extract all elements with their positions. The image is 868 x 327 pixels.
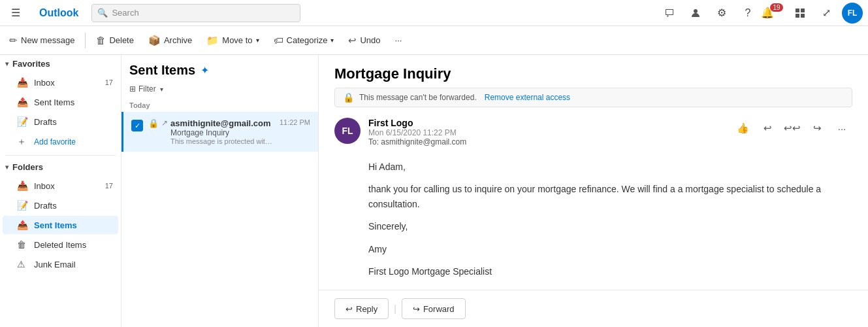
sidebar-item-sent[interactable]: 📤 Sent Items bbox=[3, 216, 118, 234]
sidebar-item-inbox[interactable]: 📥 Inbox 17 bbox=[3, 177, 118, 195]
nav-divider bbox=[5, 155, 116, 156]
archive-button[interactable]: 📦 Archive bbox=[142, 29, 199, 52]
categorize-button[interactable]: 🏷 Categorize ▾ bbox=[267, 29, 341, 52]
sender-name: First Logo bbox=[368, 118, 732, 128]
svg-point-0 bbox=[694, 9, 698, 13]
junk-folder-icon: ⚠ bbox=[17, 259, 30, 269]
email-reply-bar: ↩ Reply | ↪ Forward bbox=[319, 290, 868, 327]
settings-icon[interactable]: ⚙ bbox=[711, 3, 732, 24]
archive-icon: 📦 bbox=[148, 35, 161, 46]
app-name: Outlook bbox=[31, 7, 86, 19]
search-icon: 🔍 bbox=[97, 8, 108, 18]
svg-rect-2 bbox=[801, 9, 805, 12]
today-label: Today bbox=[121, 99, 318, 112]
message-forward-icon: ↗ bbox=[161, 118, 168, 128]
search-placeholder: Search bbox=[112, 8, 138, 18]
sidebar-item-deleted[interactable]: 🗑 Deleted Items bbox=[3, 235, 118, 254]
message-checkbox-0[interactable]: ✓ bbox=[131, 120, 143, 131]
reply-all-button[interactable]: ↩↩ bbox=[782, 118, 803, 139]
sidebar-item-sent-favorites[interactable]: 📤 Sent Items bbox=[3, 93, 118, 111]
sidebar-item-drafts[interactable]: 📝 Drafts bbox=[3, 196, 118, 215]
undo-button[interactable]: ↩ Undo bbox=[342, 29, 387, 52]
sender-to: To: asmithignite@gmail.com bbox=[368, 137, 732, 146]
reading-pane: Mortgage Inquiry 🔒 This message can't be… bbox=[319, 55, 868, 327]
more-email-options-button[interactable]: ··· bbox=[831, 118, 852, 139]
search-bar[interactable]: 🔍 Search bbox=[91, 4, 300, 22]
filter-chevron-icon: ▾ bbox=[160, 86, 163, 93]
reply-action-button[interactable]: ↩ bbox=[757, 118, 778, 139]
more-options-button[interactable]: ··· bbox=[389, 29, 409, 52]
message-list: Sent Items ✦ ⊞ Filter ▾ Today ✓ 🔒 ↗ asmi… bbox=[121, 55, 319, 327]
like-button[interactable]: 👍 bbox=[732, 118, 753, 139]
notification-icon[interactable]: 🔔19 bbox=[764, 3, 784, 24]
hamburger-menu-icon[interactable]: ☰ bbox=[5, 3, 26, 24]
toolbar-separator-1 bbox=[85, 33, 86, 48]
email-closing: Sincerely, bbox=[368, 219, 852, 233]
sidebar-item-inbox-favorites[interactable]: 📥 Inbox 17 bbox=[3, 73, 118, 92]
new-message-icon: ✏ bbox=[9, 35, 18, 46]
sent-folder-icon: 📤 bbox=[17, 220, 30, 230]
reply-button[interactable]: ↩ Reply bbox=[334, 298, 389, 319]
move-to-button[interactable]: 📁 Move to ▾ bbox=[200, 29, 265, 52]
email-action-buttons: 👍 ↩ ↩↩ ↪ ··· bbox=[732, 118, 852, 139]
categorize-chevron-icon: ▾ bbox=[330, 37, 334, 44]
folders-section-header[interactable]: ▾ Folders bbox=[0, 158, 121, 176]
inbox-folder-icon: 📥 bbox=[17, 181, 30, 191]
reply-btn-icon: ↩ bbox=[346, 304, 353, 314]
drafts-icon-fav: 📝 bbox=[17, 116, 30, 127]
warning-text: This message can't be forwarded. bbox=[359, 93, 477, 102]
new-message-button[interactable]: ✏ New message bbox=[3, 29, 81, 52]
email-signature-name: Amy bbox=[368, 242, 852, 256]
message-status-icons: 🔒 ↗ bbox=[148, 118, 168, 128]
feedback-icon[interactable] bbox=[659, 3, 680, 24]
sent-items-title: Sent Items bbox=[129, 63, 195, 78]
sent-icon-fav: 📤 bbox=[17, 97, 30, 107]
delete-icon: 🗑 bbox=[96, 35, 106, 46]
left-nav: ▾ Favorites 📥 Inbox 17 📤 Sent Items 📝 Dr… bbox=[0, 55, 121, 327]
reply-separator: | bbox=[394, 303, 396, 314]
expand-icon[interactable]: ⤢ bbox=[816, 3, 837, 24]
warning-bar: 🔒 This message can't be forwarded. Remov… bbox=[334, 88, 852, 107]
inbox-icon: 📥 bbox=[17, 77, 30, 88]
sender-info: First Logo Mon 6/15/2020 11:22 PM To: as… bbox=[368, 118, 732, 146]
sender-date: Mon 6/15/2020 11:22 PM bbox=[368, 128, 732, 137]
move-to-chevron-icon: ▾ bbox=[256, 37, 259, 44]
filter-icon: ⊞ bbox=[129, 84, 136, 94]
message-item-0[interactable]: ✓ 🔒 ↗ asmithignite@gmail.com Mortgage In… bbox=[121, 112, 318, 152]
sender-avatar: FL bbox=[334, 118, 361, 144]
topbar: ☰ Outlook 🔍 Search ⚙ ? 🔔19 ⤢ FL bbox=[0, 0, 868, 26]
email-header: FL First Logo Mon 6/15/2020 11:22 PM To:… bbox=[319, 112, 868, 152]
email-paragraph: thank you for calling us to inquire on y… bbox=[368, 182, 852, 211]
categorize-icon: 🏷 bbox=[274, 35, 283, 46]
remove-access-link[interactable]: Remove external access bbox=[485, 93, 570, 102]
folders-chevron-icon: ▾ bbox=[5, 164, 8, 171]
user-avatar[interactable]: FL bbox=[842, 3, 863, 24]
drafts-folder-icon: 📝 bbox=[17, 200, 30, 211]
svg-rect-1 bbox=[796, 9, 799, 12]
svg-rect-3 bbox=[796, 14, 799, 18]
people-icon[interactable] bbox=[685, 3, 706, 24]
email-subject: Mortgage Inquiry bbox=[319, 55, 868, 88]
toolbar: ✏ New message 🗑 Delete 📦 Archive 📁 Move … bbox=[0, 26, 868, 55]
move-icon: 📁 bbox=[206, 35, 219, 46]
message-content-0: asmithignite@gmail.com Mortgage Inquiry … bbox=[170, 118, 276, 145]
message-lock-icon: 🔒 bbox=[148, 118, 159, 128]
email-greeting: Hi Adam, bbox=[368, 160, 852, 174]
sent-items-title-decoration: ✦ bbox=[201, 64, 209, 77]
store-icon[interactable] bbox=[790, 3, 811, 24]
help-icon[interactable]: ? bbox=[737, 3, 758, 24]
email-body: Hi Adam, thank you for calling us to inq… bbox=[319, 152, 868, 290]
topbar-right-icons: ⚙ ? 🔔19 ⤢ FL bbox=[659, 3, 863, 24]
sidebar-item-drafts-favorites[interactable]: 📝 Drafts bbox=[3, 112, 118, 131]
delete-button[interactable]: 🗑 Delete bbox=[89, 29, 140, 52]
add-favorite-button[interactable]: ＋ Add favorite bbox=[3, 132, 118, 152]
favorites-section-header[interactable]: ▾ Favorites bbox=[0, 55, 121, 73]
svg-rect-4 bbox=[801, 14, 805, 18]
undo-icon: ↩ bbox=[348, 35, 357, 46]
warning-lock-icon: 🔒 bbox=[343, 92, 354, 103]
filter-bar[interactable]: ⊞ Filter ▾ bbox=[121, 82, 318, 99]
forward-button[interactable]: ↪ Forward bbox=[402, 298, 466, 319]
forward-action-button[interactable]: ↪ bbox=[807, 118, 828, 139]
sidebar-item-junk[interactable]: ⚠ Junk Email bbox=[3, 255, 118, 273]
message-list-header: Sent Items ✦ bbox=[121, 55, 318, 82]
